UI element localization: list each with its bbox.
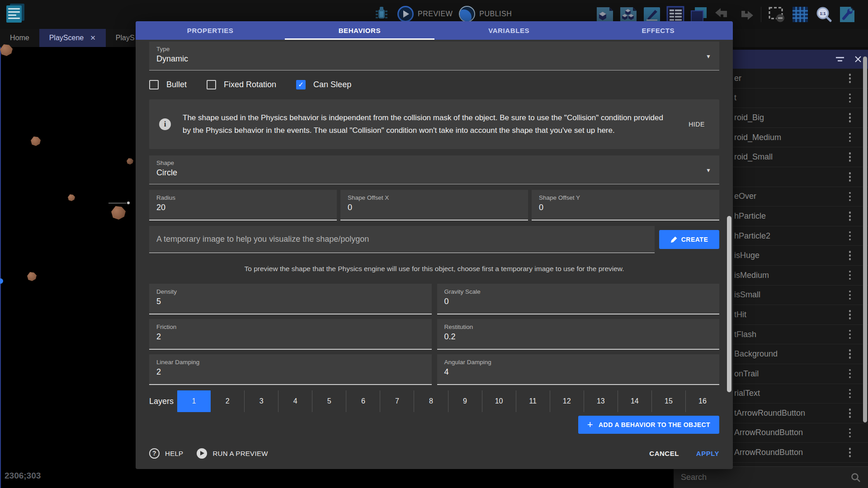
numeric-field[interactable]: Gravity Scale 0 [437, 284, 720, 314]
object-menu-icon[interactable] [849, 310, 851, 319]
object-menu-icon[interactable] [849, 231, 851, 241]
field-value: 0.2 [444, 332, 712, 342]
temp-image-row: A temporary image to help you visualize … [149, 226, 719, 253]
object-menu-icon[interactable] [849, 408, 851, 418]
dialog-tab[interactable]: PROPERTIES [136, 21, 285, 40]
shape-param-field[interactable]: Shape Offset X 0 [340, 190, 528, 221]
object-menu-icon[interactable] [849, 172, 851, 182]
layer-cell[interactable]: 10 [482, 390, 516, 412]
asteroid-sprite[interactable] [27, 272, 37, 281]
close-panel-icon[interactable] [854, 56, 862, 63]
object-menu-icon[interactable] [849, 192, 851, 202]
object-menu-icon[interactable] [849, 113, 851, 122]
layer-cell[interactable]: 5 [312, 390, 346, 412]
app-menu-icon[interactable] [6, 3, 25, 23]
add-behavior-button[interactable]: + ADD A BEHAVIOR TO THE OBJECT [578, 416, 719, 434]
layer-cell[interactable]: 11 [516, 390, 550, 412]
numeric-field[interactable]: Density 5 [149, 284, 432, 314]
selection-handle[interactable] [127, 202, 130, 204]
layer-cell[interactable]: 15 [651, 390, 685, 412]
object-menu-icon[interactable] [849, 428, 851, 438]
object-menu-icon[interactable] [849, 211, 851, 221]
shape-param-field[interactable]: Radius 20 [149, 190, 337, 221]
physics-checkbox[interactable]: ✓ Fixed Rotation [207, 80, 276, 89]
object-menu-icon[interactable] [849, 369, 851, 379]
create-label: CREATE [681, 236, 708, 243]
layer-cell[interactable]: 6 [346, 390, 380, 412]
object-name: roid_Small [734, 152, 849, 162]
project-settings-icon[interactable] [837, 5, 857, 24]
object-menu-icon[interactable] [849, 448, 851, 457]
temp-image-input[interactable]: A temporary image to help you visualize … [149, 226, 655, 253]
shape-select[interactable]: Shape Circle ▼ [149, 155, 719, 184]
panel-scrollbar[interactable] [863, 56, 867, 422]
layer-cell[interactable]: 3 [244, 390, 278, 412]
dialog-tab[interactable]: EFFECTS [584, 21, 733, 40]
asteroid-sprite[interactable] [127, 158, 133, 164]
apply-button[interactable]: APPLY [696, 450, 719, 457]
object-menu-icon[interactable] [849, 389, 851, 399]
object-menu-icon[interactable] [849, 251, 851, 260]
object-menu-icon[interactable] [849, 74, 851, 83]
layer-cell[interactable]: 8 [414, 390, 448, 412]
tab-playscene[interactable]: PlayScene ✕ [39, 29, 106, 47]
numeric-field[interactable]: Angular Damping 4 [437, 354, 720, 385]
dialog-tab[interactable]: VARIABLES [434, 21, 584, 40]
help-button[interactable]: ? HELP [149, 448, 183, 459]
dialog-tab-label: EFFECTS [642, 27, 675, 34]
run-preview-button[interactable]: RUN A PREVIEW [197, 448, 268, 459]
numeric-field[interactable]: Linear Damping 2 [149, 354, 432, 385]
create-button[interactable]: CREATE [659, 230, 719, 249]
layer-cell[interactable]: 2 [211, 390, 244, 412]
object-menu-icon[interactable] [849, 271, 851, 280]
origin-point[interactable] [0, 278, 3, 284]
numeric-field[interactable]: Restitution 0.2 [437, 319, 720, 350]
asteroid-sprite[interactable] [68, 194, 75, 201]
layer-cell[interactable]: 1 [177, 390, 211, 412]
filter-icon[interactable] [835, 56, 844, 62]
object-menu-icon[interactable] [849, 133, 851, 142]
checkbox-box-icon[interactable]: ✓ [149, 80, 159, 89]
field-label: Linear Damping [156, 359, 425, 366]
redo-icon[interactable] [736, 5, 755, 24]
object-menu-icon[interactable] [849, 152, 851, 162]
layer-cell[interactable]: 16 [685, 390, 719, 412]
tab-home-label: Home [10, 34, 29, 42]
object-menu-icon[interactable] [849, 349, 851, 359]
asteroid-sprite[interactable] [31, 136, 41, 146]
hide-button[interactable]: HIDE [684, 117, 709, 131]
checkbox-box-icon[interactable]: ✓ [296, 80, 306, 89]
publish-button[interactable]: PUBLISH [459, 6, 512, 22]
mask-selection-icon[interactable] [767, 5, 786, 24]
shape-param-field[interactable]: Shape Offset Y 0 [532, 190, 719, 221]
layer-cell[interactable]: 7 [380, 390, 414, 412]
cancel-button[interactable]: CANCEL [649, 450, 679, 457]
tab-home[interactable]: Home [0, 29, 39, 47]
layer-cell[interactable]: 14 [618, 390, 651, 412]
field-value: 4 [444, 367, 712, 377]
tab-close-icon[interactable]: ✕ [90, 34, 96, 42]
layer-cell[interactable]: 9 [448, 390, 482, 412]
layer-cell[interactable]: 4 [278, 390, 312, 412]
asteroid-sprite[interactable] [111, 206, 126, 220]
type-select[interactable]: Type Dynamic ▼ [149, 42, 719, 70]
object-menu-icon[interactable] [849, 330, 851, 339]
numeric-field[interactable]: Friction 2 [149, 319, 432, 350]
dialog-tab[interactable]: BEHAVIORS [285, 21, 434, 40]
layer-cell[interactable]: 13 [584, 390, 618, 412]
dialog-scrollbar[interactable] [727, 216, 731, 392]
physics-checkbox[interactable]: ✓ Can Sleep [296, 80, 351, 89]
objects-search-input[interactable] [681, 473, 851, 482]
physics-checkbox[interactable]: ✓ Bullet [149, 80, 187, 89]
layer-cell[interactable]: 12 [550, 390, 584, 412]
object-name: tHit [734, 310, 849, 319]
grid-icon[interactable] [790, 5, 810, 24]
checkbox-box-icon[interactable]: ✓ [207, 80, 216, 89]
preview-hint: To preview the shape that the Physics en… [149, 265, 719, 273]
object-menu-icon[interactable] [849, 291, 851, 300]
object-name: tArrowRoundButton [734, 408, 849, 418]
object-menu-icon[interactable] [849, 94, 851, 103]
debug-icon[interactable] [372, 5, 391, 23]
preview-button[interactable]: PREVIEW [397, 6, 453, 22]
zoom-1-1-icon[interactable]: 1:1 [814, 5, 833, 24]
